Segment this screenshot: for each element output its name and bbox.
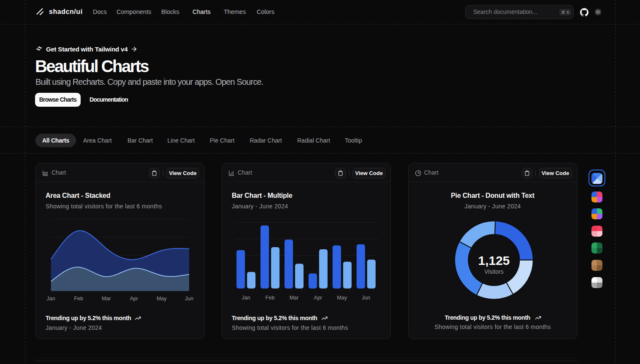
svg-text:Jun: Jun bbox=[362, 295, 370, 301]
svg-text:Visitors: Visitors bbox=[484, 268, 504, 275]
svg-text:Jan: Jan bbox=[47, 296, 55, 302]
svg-text:Mar: Mar bbox=[102, 296, 111, 302]
svg-text:Jan: Jan bbox=[242, 295, 250, 301]
svg-text:Feb: Feb bbox=[266, 295, 275, 301]
svg-text:1,125: 1,125 bbox=[478, 253, 510, 267]
svg-text:Jun: Jun bbox=[185, 296, 193, 302]
svg-text:Apr: Apr bbox=[130, 296, 138, 302]
svg-text:Mar: Mar bbox=[290, 295, 299, 301]
svg-text:May: May bbox=[157, 296, 167, 302]
svg-text:May: May bbox=[337, 295, 347, 301]
svg-text:Feb: Feb bbox=[74, 296, 83, 302]
svg-text:Apr: Apr bbox=[314, 295, 322, 301]
